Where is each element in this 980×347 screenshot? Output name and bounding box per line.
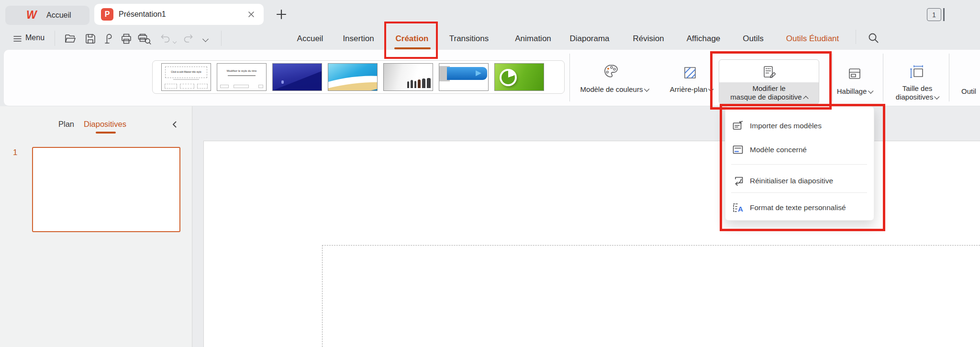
print-preview-button[interactable] <box>137 33 151 45</box>
collapse-panel-icon[interactable] <box>170 120 179 129</box>
layout-button[interactable]: Habillage <box>835 54 874 101</box>
window-badge-number: 1 <box>932 11 936 19</box>
ribbon-tab-diaporama[interactable]: Diaporama <box>569 33 609 45</box>
ribbon-tab-outils-etudiant[interactable]: Outils Étudiant <box>786 33 839 45</box>
slide-number: 1 <box>13 148 17 157</box>
slide-size-line1: Taille des <box>902 84 933 92</box>
window-badge-bar <box>943 8 945 21</box>
panel-tab-outline[interactable]: Plan <box>58 120 74 129</box>
edit-master-line2: masque de diapositive <box>719 93 819 101</box>
palette-icon <box>603 63 619 79</box>
menu-label: Menu <box>25 34 45 42</box>
ribbon-tab-affichage[interactable]: Affichage <box>687 33 721 45</box>
slide-size-button[interactable]: Taille des diapositives <box>891 54 943 103</box>
chevron-down-icon <box>709 86 714 91</box>
document-tab-title: Présentation1 <box>119 10 166 19</box>
new-tab-button[interactable] <box>275 8 288 21</box>
panel-tab-underline <box>96 132 116 134</box>
theme-thumbnail-cyan-wave[interactable] <box>328 63 378 91</box>
active-tab-underline <box>394 47 431 49</box>
redo-button[interactable] <box>182 33 194 45</box>
theme-thumbnail-master-default[interactable]: Click to edit Master title style <box>161 63 211 91</box>
open-file-button[interactable] <box>64 33 77 45</box>
edit-master-pressed-area: Modifier le masque de diapositive <box>719 82 819 104</box>
tool-button-partial[interactable]: Outil <box>961 87 976 95</box>
ribbon-tab-animation[interactable]: Animation <box>515 33 551 45</box>
edit-slide-master-button[interactable]: Modifier le masque de diapositive <box>719 59 819 104</box>
background-label: Arrière-plan <box>670 85 713 93</box>
print-button[interactable] <box>120 33 133 45</box>
undo-button[interactable] <box>159 33 172 45</box>
hamburger-icon <box>13 34 22 44</box>
save-button[interactable] <box>84 33 97 45</box>
edit-master-icon <box>762 65 777 80</box>
main-menu-button[interactable]: Menu <box>13 33 51 45</box>
reset-slide-icon <box>732 175 744 187</box>
related-template-icon <box>732 144 744 156</box>
chevron-down-icon <box>868 88 873 93</box>
theme-thumbnail-blue-mountain[interactable] <box>272 63 322 91</box>
presentation-file-icon: P <box>101 8 113 21</box>
wps-presentation-window: W Accueil P Présentation1 1 Menu <box>0 0 980 347</box>
title-placeholder-outline[interactable] <box>322 245 980 347</box>
layout-icon <box>847 66 862 81</box>
background-button[interactable]: Arrière-plan <box>665 54 716 101</box>
menu-item-import-templates[interactable]: Importer des modèles <box>732 120 822 132</box>
import-template-icon <box>732 120 744 132</box>
menu-item-custom-text-format[interactable]: A Format de texte personnalisé <box>732 201 846 214</box>
color-scheme-button[interactable]: Modèle de couleurs <box>576 54 653 101</box>
color-scheme-label: Modèle de couleurs <box>580 85 649 93</box>
ribbon-tab-revision[interactable]: Révision <box>633 33 664 45</box>
slide-size-line2: diapositives <box>896 93 939 101</box>
svg-text:A: A <box>738 205 743 213</box>
wps-logo-icon: W <box>26 9 37 22</box>
home-tab[interactable]: W Accueil <box>5 6 89 25</box>
custom-text-format-icon: A <box>732 201 744 214</box>
theme-thumbnail-green-pie[interactable] <box>494 63 544 91</box>
theme-thumbnail-people[interactable] <box>383 63 433 91</box>
close-icon[interactable] <box>245 9 257 20</box>
edit-master-line1: Modifier le <box>719 84 819 92</box>
ribbon-tab-outils[interactable]: Outils <box>743 33 763 45</box>
background-icon <box>682 65 698 80</box>
theme-thumbnail-master-fr[interactable]: Modifiez le style du titre <box>217 63 267 91</box>
toolbar-customize-chevron[interactable] <box>201 35 208 44</box>
ribbon-tab-insertion[interactable]: Insertion <box>343 33 374 45</box>
chevron-up-icon <box>803 96 808 101</box>
slide-thumbnail-selected[interactable] <box>32 147 180 232</box>
ribbon-tab-accueil[interactable]: Accueil <box>297 33 323 45</box>
ribbon-tab-transitions[interactable]: Transitions <box>449 33 489 45</box>
home-tab-label: Accueil <box>46 11 71 20</box>
search-icon[interactable] <box>867 32 880 44</box>
ribbon-tab-creation[interactable]: Création <box>396 33 429 45</box>
theme-thumbnail-blue-banner[interactable] <box>439 63 489 91</box>
thumb-title-text: Modifiez le style du titre <box>221 69 262 72</box>
document-tab[interactable]: P Présentation1 <box>94 4 264 25</box>
chevron-down-icon <box>935 94 940 99</box>
slide-size-icon <box>909 64 925 80</box>
export-pdf-button[interactable] <box>102 33 115 45</box>
menu-item-reset-slide[interactable]: Réinitialiser la diapositive <box>732 175 833 187</box>
menu-item-related-template[interactable]: Modèle concerné <box>732 144 807 156</box>
panel-tab-slides[interactable]: Diapositives <box>84 120 126 129</box>
undo-menu-chevron-icon[interactable] <box>171 37 176 46</box>
chevron-down-icon <box>644 86 649 91</box>
window-badge[interactable]: 1 <box>927 8 941 21</box>
layout-label: Habillage <box>837 87 873 95</box>
thumb-title-placeholder: Click to edit Master title style <box>165 67 207 78</box>
